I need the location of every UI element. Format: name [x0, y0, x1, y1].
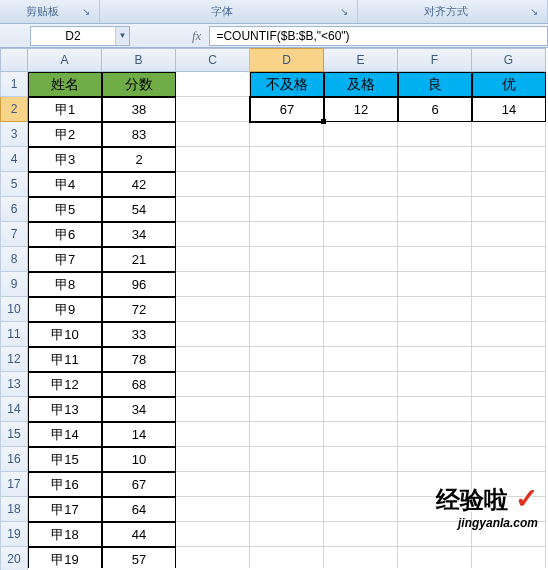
cell[interactable]	[176, 322, 250, 347]
cell[interactable]	[250, 247, 324, 272]
cell[interactable]	[324, 122, 398, 147]
cell[interactable]: 33	[102, 322, 176, 347]
cell[interactable]: 甲18	[28, 522, 102, 547]
cell[interactable]: 甲19	[28, 547, 102, 568]
cell[interactable]	[398, 197, 472, 222]
cell[interactable]	[324, 472, 398, 497]
cell[interactable]	[250, 497, 324, 522]
cell[interactable]	[398, 347, 472, 372]
cell[interactable]	[398, 472, 472, 497]
cell[interactable]	[398, 447, 472, 472]
cell[interactable]	[398, 372, 472, 397]
row-header[interactable]: 7	[0, 222, 28, 247]
cell[interactable]: 57	[102, 547, 176, 568]
cell[interactable]: 10	[102, 447, 176, 472]
row-header[interactable]: 19	[0, 522, 28, 547]
cell[interactable]	[250, 272, 324, 297]
cell[interactable]: 甲4	[28, 172, 102, 197]
cell[interactable]	[324, 372, 398, 397]
cell[interactable]	[250, 122, 324, 147]
cell[interactable]: 6	[398, 97, 472, 122]
cell[interactable]	[176, 397, 250, 422]
cell[interactable]	[176, 297, 250, 322]
cell[interactable]	[398, 497, 472, 522]
column-header-A[interactable]: A	[28, 48, 102, 72]
cell[interactable]: 34	[102, 222, 176, 247]
row-header[interactable]: 3	[0, 122, 28, 147]
cell[interactable]: 21	[102, 247, 176, 272]
row-header[interactable]: 15	[0, 422, 28, 447]
cell[interactable]: 67	[102, 472, 176, 497]
cell[interactable]: 14	[472, 97, 546, 122]
cell[interactable]	[472, 447, 546, 472]
cell[interactable]	[398, 322, 472, 347]
row-header[interactable]: 14	[0, 397, 28, 422]
cell[interactable]	[250, 547, 324, 568]
cell[interactable]	[324, 297, 398, 322]
cell[interactable]	[324, 397, 398, 422]
dialog-launcher-icon[interactable]: ↘	[337, 5, 351, 19]
cell[interactable]: 甲17	[28, 497, 102, 522]
cell[interactable]	[472, 522, 546, 547]
cell[interactable]: 甲11	[28, 347, 102, 372]
cell[interactable]	[176, 72, 250, 97]
cell[interactable]	[472, 422, 546, 447]
cell[interactable]	[472, 472, 546, 497]
cell[interactable]: 不及格	[250, 72, 324, 97]
cell[interactable]: 甲2	[28, 122, 102, 147]
cell[interactable]	[176, 147, 250, 172]
cell[interactable]	[398, 397, 472, 422]
cell[interactable]	[324, 422, 398, 447]
cell[interactable]	[324, 172, 398, 197]
cell[interactable]	[250, 397, 324, 422]
cell[interactable]	[176, 272, 250, 297]
row-header[interactable]: 5	[0, 172, 28, 197]
cell[interactable]: 甲8	[28, 272, 102, 297]
cell[interactable]: 甲13	[28, 397, 102, 422]
cell[interactable]	[176, 97, 250, 122]
column-header-B[interactable]: B	[102, 48, 176, 72]
cell[interactable]: 78	[102, 347, 176, 372]
cell[interactable]: 甲3	[28, 147, 102, 172]
cell[interactable]	[324, 272, 398, 297]
fx-icon[interactable]: fx	[132, 28, 209, 44]
cell[interactable]	[176, 197, 250, 222]
grid-area[interactable]: ABCDEFG 姓名分数不及格及格良优甲1386712614甲283甲32甲44…	[28, 48, 548, 568]
row-header[interactable]: 20	[0, 547, 28, 570]
cell[interactable]	[398, 247, 472, 272]
cell[interactable]: 姓名	[28, 72, 102, 97]
cell[interactable]	[250, 447, 324, 472]
cell[interactable]: 甲9	[28, 297, 102, 322]
cell[interactable]	[398, 297, 472, 322]
cell[interactable]: 甲16	[28, 472, 102, 497]
cell[interactable]: 68	[102, 372, 176, 397]
cell[interactable]	[250, 347, 324, 372]
cell[interactable]	[324, 147, 398, 172]
cell[interactable]	[324, 197, 398, 222]
cell[interactable]: 甲10	[28, 322, 102, 347]
cell[interactable]: 甲14	[28, 422, 102, 447]
cell[interactable]	[176, 247, 250, 272]
cell[interactable]: 甲6	[28, 222, 102, 247]
cell[interactable]: 96	[102, 272, 176, 297]
cell[interactable]	[176, 522, 250, 547]
row-header[interactable]: 8	[0, 247, 28, 272]
cell[interactable]	[398, 272, 472, 297]
row-header[interactable]: 13	[0, 372, 28, 397]
column-header-F[interactable]: F	[398, 48, 472, 72]
row-header[interactable]: 12	[0, 347, 28, 372]
row-header[interactable]: 10	[0, 297, 28, 322]
cell[interactable]: 分数	[102, 72, 176, 97]
cell[interactable]	[398, 522, 472, 547]
cell[interactable]: 甲12	[28, 372, 102, 397]
cell[interactable]	[472, 547, 546, 568]
cell[interactable]	[250, 322, 324, 347]
cell[interactable]: 38	[102, 97, 176, 122]
cell[interactable]	[250, 297, 324, 322]
cell[interactable]	[324, 347, 398, 372]
cell[interactable]	[472, 272, 546, 297]
row-header[interactable]: 6	[0, 197, 28, 222]
cell[interactable]: 34	[102, 397, 176, 422]
cell[interactable]	[324, 247, 398, 272]
cell[interactable]: 2	[102, 147, 176, 172]
